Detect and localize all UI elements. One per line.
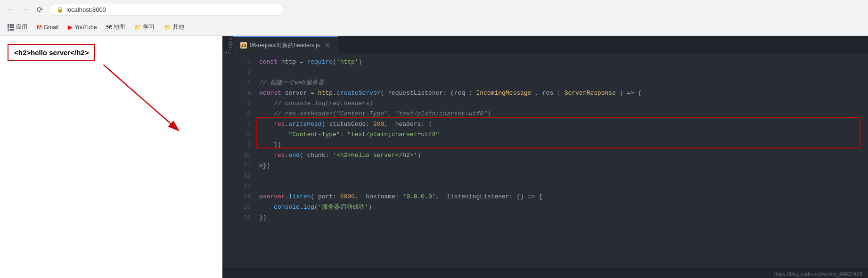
other-label: 其他 [173, 23, 184, 31]
bookmark-gmail[interactable]: M Gmail [33, 22, 62, 33]
tab-close-button[interactable]: ✕ [325, 41, 330, 49]
nav-bar: ← → ⟳ 🔒 localhost:8000 [0, 0, 868, 19]
maps-icon: 🗺 [106, 24, 112, 31]
code-line-2 [259, 67, 868, 78]
code-line-3: // 创建一个web服务器 [259, 78, 868, 88]
youtube-label: YouTube [74, 24, 97, 31]
apps-label: 应用 [16, 23, 27, 31]
tab-name: 06-request对象的headers.js [250, 41, 320, 49]
maps-label: 地图 [114, 23, 125, 31]
url-text: localhost:8000 [66, 6, 106, 13]
breakpoint-area [222, 53, 232, 268]
apps-icon [8, 24, 14, 31]
code-line-6: // res.setHeader("Content-Type", "text/p… [259, 109, 868, 119]
bookmark-study[interactable]: 📁 学习 [131, 21, 158, 33]
bookmark-maps[interactable]: 🗺 地图 [102, 21, 129, 33]
bookmark-youtube[interactable]: ▶ YouTube [64, 22, 100, 33]
browser-page: <h2>hello server</h2> [0, 36, 222, 278]
gmail-icon: M [37, 24, 42, 31]
code-content[interactable]: const http = require('http') // 创建一个web服… [255, 53, 868, 268]
file-icon: JS [240, 42, 247, 49]
svg-line-1 [104, 65, 179, 131]
other-icon: 📁 [164, 24, 171, 31]
reload-button[interactable]: ⟳ [35, 3, 45, 16]
bookmark-other[interactable]: 📁 其他 [160, 21, 188, 33]
code-line-9: }) [259, 140, 868, 150]
code-line-15: console.log('服务器启动成功') [259, 202, 868, 213]
study-label: 学习 [143, 23, 155, 31]
line-numbers: 1 2 3 4 5 6 7 8 9 10 11 12 13 14 15 16 [232, 53, 255, 268]
h2-display: <h2>hello server</h2> [8, 44, 95, 61]
code-line-13 [259, 181, 868, 192]
arrow-annotation [0, 36, 222, 278]
code-line-1: const http = require('http') [259, 57, 868, 67]
back-button[interactable]: ← [5, 3, 16, 16]
youtube-icon: ▶ [68, 24, 73, 31]
forward-button[interactable]: → [20, 3, 31, 16]
main-area: <h2>hello server</h2> 1: Project JS 06-r… [0, 36, 868, 278]
gmail-label: Gmail [44, 24, 58, 31]
vscode-panel: 1: Project JS 06-request对象的headers.js ✕ … [222, 36, 868, 278]
sidebar-label: 1: Project [222, 36, 233, 54]
code-line-11: ◇}) [259, 161, 868, 171]
status-url: https://blog.csdn.net/weixin_44827418 [774, 271, 862, 277]
editor-tab[interactable]: JS 06-request对象的headers.js ✕ [233, 36, 338, 53]
lock-icon: 🔒 [57, 6, 64, 13]
code-line-5: // console.log(req.headers) [259, 98, 868, 109]
browser-chrome: ← → ⟳ 🔒 localhost:8000 应用 M Gmail ▶ YouT… [0, 0, 868, 36]
tab-bar: 1: Project JS 06-request对象的headers.js ✕ [222, 36, 868, 53]
address-bar[interactable]: 🔒 localhost:8000 [49, 4, 284, 16]
code-area[interactable]: 1 2 3 4 5 6 7 8 9 10 11 12 13 14 15 16 [222, 53, 868, 268]
study-icon: 📁 [134, 24, 141, 31]
code-line-16: }) [259, 213, 868, 223]
code-line-12 [259, 171, 868, 181]
code-line-8: "Content-Type": "text/plain;charset=utf8… [259, 130, 868, 140]
code-line-14: ◇server.listen( port: 8000, hostname: '0… [259, 192, 868, 202]
status-bar: https://blog.csdn.net/weixin_44827418 [222, 268, 868, 278]
code-line-4: ◇const server = http.createServer( reque… [259, 88, 868, 98]
bookmark-apps[interactable]: 应用 [4, 21, 31, 33]
h2-text: <h2>hello server</h2> [14, 49, 89, 57]
bookmarks-bar: 应用 M Gmail ▶ YouTube 🗺 地图 📁 学习 📁 其他 [0, 19, 868, 36]
code-line-7: res.writeHead( statusCode: 200, headers:… [259, 119, 868, 130]
code-line-10: res.end( chunk: '<h2>hello server</h2>') [259, 150, 868, 161]
